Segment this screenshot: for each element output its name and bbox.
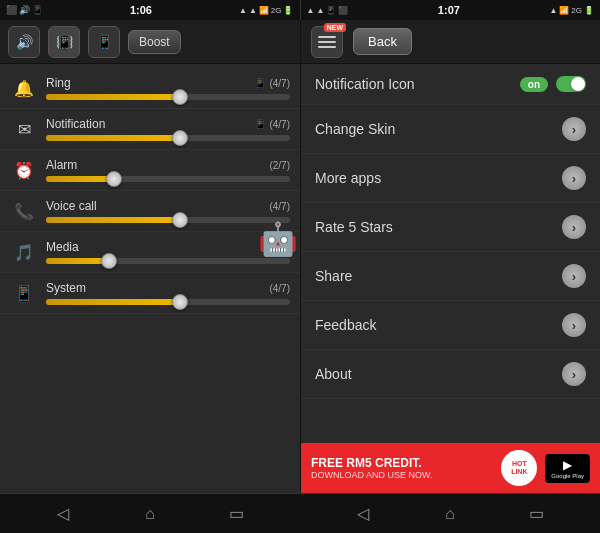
notification-label: Notification: [46, 117, 105, 131]
ring-slider-track[interactable]: [46, 94, 290, 100]
boost-button[interactable]: Boost: [128, 30, 181, 54]
toggle-on-badge[interactable]: on: [520, 77, 548, 92]
menu-list: Notification Icon on Change Skin › More …: [301, 64, 600, 443]
recent-nav-button-right[interactable]: ▭: [522, 499, 552, 529]
list-item: 📞 Voice call (4/7): [0, 191, 300, 232]
menu-item-share[interactable]: Share ›: [301, 252, 600, 301]
menu-item-notification-icon[interactable]: Notification Icon on: [301, 64, 600, 105]
status-bar-container: ⬛🔊📱 1:06 ▲▲📶2G🔋 ▲▲📱⬛ 1:07 ▲📶2G🔋: [0, 0, 600, 20]
home-nav-button[interactable]: ⌂: [135, 499, 165, 529]
store-label: Google Play: [551, 473, 584, 479]
right-status-icons-right: ▲📶2G🔋: [549, 6, 594, 15]
menu-line: [318, 46, 336, 48]
right-status-time: 1:07: [438, 4, 460, 16]
chevron-right-icon: ›: [562, 264, 586, 288]
change-skin-label: Change Skin: [315, 121, 395, 137]
list-item: 🎵 Media (4/15): [0, 232, 300, 273]
left-toolbar: 🔊 📳 📱 Boost: [0, 20, 300, 64]
ring-label: Ring: [46, 76, 71, 90]
volume-list: 🔔 Ring 📱 (4/7) ✉: [0, 64, 300, 493]
media-volume-control: Media (4/15): [46, 240, 290, 264]
back-nav-button[interactable]: ◁: [48, 499, 78, 529]
system-slider-track[interactable]: [46, 299, 290, 305]
system-icon: 📱: [10, 279, 38, 307]
bottom-nav-left: ◁ ⌂ ▭: [0, 493, 300, 533]
ad-store-button[interactable]: ▶ Google Play: [545, 454, 590, 483]
chevron-right-icon: ›: [562, 117, 586, 141]
system-volume-control: System (4/7): [46, 281, 290, 305]
voicecall-icon: 📞: [10, 197, 38, 225]
back-nav-button-right[interactable]: ◁: [348, 499, 378, 529]
right-toolbar: NEW Back: [301, 20, 600, 64]
play-store-icon: ▶: [563, 458, 572, 472]
silent-icon-btn[interactable]: 📱: [88, 26, 120, 58]
list-item: 🔔 Ring 📱 (4/7): [0, 68, 300, 109]
alarm-icon: ⏰: [10, 156, 38, 184]
left-status-icons: ⬛🔊📱: [6, 5, 43, 15]
more-apps-label: More apps: [315, 170, 381, 186]
notification-volume-control: Notification 📱 (4/7): [46, 117, 290, 141]
notification-value: 📱 (4/7): [254, 119, 290, 130]
feedback-label: Feedback: [315, 317, 376, 333]
about-label: About: [315, 366, 352, 382]
chevron-right-icon: ›: [562, 166, 586, 190]
ad-sub-text: DOWNLOAD AND USE NOW.: [311, 470, 493, 480]
left-right-icons: ▲▲📶2G🔋: [239, 6, 294, 15]
system-value: (4/7): [269, 283, 290, 294]
recent-nav-button[interactable]: ▭: [222, 499, 252, 529]
chevron-right-icon: ›: [562, 362, 586, 386]
notification-icon-right: on: [520, 76, 586, 92]
left-panel: 🔊 📳 📱 Boost 🔔 Ring 📱 (4/7): [0, 20, 300, 493]
chevron-right-icon: ›: [562, 215, 586, 239]
bottom-nav-container: ◁ ⌂ ▭ ◁ ⌂ ▭: [0, 493, 600, 533]
status-bar-right: ▲▲📱⬛ 1:07 ▲📶2G🔋: [300, 0, 601, 20]
voicecall-volume-control: Voice call (4/7): [46, 199, 290, 223]
notification-icon-label: Notification Icon: [315, 76, 415, 92]
menu-line: [318, 36, 336, 38]
system-label: System: [46, 281, 86, 295]
ad-banner[interactable]: FREE RM5 CREDIT. DOWNLOAD AND USE NOW. H…: [301, 443, 600, 493]
chevron-right-icon: ›: [562, 313, 586, 337]
alarm-label: Alarm: [46, 158, 77, 172]
volume-icon-btn[interactable]: 🔊: [8, 26, 40, 58]
notification-icon: ✉: [10, 115, 38, 143]
right-status-icons-left: ▲▲📱⬛: [307, 6, 349, 15]
status-bar-left: ⬛🔊📱 1:06 ▲▲📶2G🔋: [0, 0, 300, 20]
menu-item-change-skin[interactable]: Change Skin ›: [301, 105, 600, 154]
mascot-image: 🤖: [258, 220, 298, 270]
voicecall-slider-track[interactable]: [46, 217, 290, 223]
notification-slider-track[interactable]: [46, 135, 290, 141]
alarm-volume-control: Alarm (2/7): [46, 158, 290, 182]
main-content: 🔊 📳 📱 Boost 🔔 Ring 📱 (4/7): [0, 20, 600, 493]
new-badge: NEW: [324, 23, 346, 32]
menu-line: [318, 41, 336, 43]
media-icon: 🎵: [10, 238, 38, 266]
bottom-nav-right: ◁ ⌂ ▭: [300, 493, 600, 533]
right-panel: NEW Back Notification Icon on Change Ski…: [300, 20, 600, 493]
media-label: Media: [46, 240, 79, 254]
list-item: ⏰ Alarm (2/7): [0, 150, 300, 191]
home-nav-button-right[interactable]: ⌂: [435, 499, 465, 529]
vibrate-icon-btn[interactable]: 📳: [48, 26, 80, 58]
menu-item-about[interactable]: About ›: [301, 350, 600, 399]
menu-item-rate-stars[interactable]: Rate 5 Stars ›: [301, 203, 600, 252]
alarm-slider-track[interactable]: [46, 176, 290, 182]
rate-stars-label: Rate 5 Stars: [315, 219, 393, 235]
alarm-value: (2/7): [269, 160, 290, 171]
voicecall-value: (4/7): [269, 201, 290, 212]
list-item: ✉ Notification 📱 (4/7): [0, 109, 300, 150]
share-label: Share: [315, 268, 352, 284]
menu-icon-button[interactable]: NEW: [311, 26, 343, 58]
media-slider-track[interactable]: [46, 258, 290, 264]
menu-item-feedback[interactable]: Feedback ›: [301, 301, 600, 350]
list-item: 📱 System (4/7): [0, 273, 300, 314]
ring-volume-control: Ring 📱 (4/7): [46, 76, 290, 100]
ad-content: FREE RM5 CREDIT. DOWNLOAD AND USE NOW.: [311, 456, 493, 480]
back-button[interactable]: Back: [353, 28, 412, 55]
ring-icon: 🔔: [10, 74, 38, 102]
ad-logo-circle: HOT LINK: [501, 450, 537, 486]
ad-main-text: FREE RM5 CREDIT.: [311, 456, 493, 470]
menu-item-more-apps[interactable]: More apps ›: [301, 154, 600, 203]
voicecall-label: Voice call: [46, 199, 97, 213]
left-status-time: 1:06: [130, 4, 152, 16]
